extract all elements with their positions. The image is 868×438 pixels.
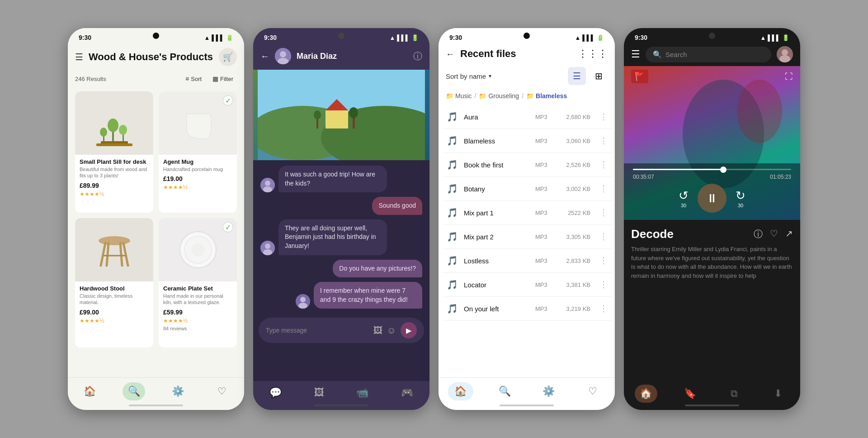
chat-info-button[interactable]: ⓘ bbox=[413, 50, 422, 62]
product-price-4: £59.99 bbox=[163, 309, 232, 316]
shop-nav-favorites[interactable]: ♡ bbox=[211, 382, 233, 400]
chat-input[interactable] bbox=[266, 327, 369, 334]
rewind-button[interactable]: ↺ 30 bbox=[679, 189, 689, 208]
svg-point-29 bbox=[314, 110, 321, 119]
chat-nav-messages[interactable]: 💬 bbox=[269, 387, 282, 399]
player-nav-layers[interactable]: ⧉ bbox=[723, 385, 745, 403]
file-more-6[interactable]: ⋮ bbox=[596, 232, 608, 242]
player-fullscreen-icon[interactable]: ⛶ bbox=[785, 72, 793, 81]
player-share-icon[interactable]: ↗ bbox=[785, 228, 793, 240]
wifi-icon-2: ▲ bbox=[389, 34, 395, 41]
results-count: 246 Results bbox=[75, 76, 178, 82]
file-name-7: Lostless bbox=[464, 257, 530, 265]
product-card-2[interactable]: ✓ Agent Mug Handcrafted porcelain mug £1… bbox=[159, 91, 237, 213]
product-card-1[interactable]: Small Plant Sill for desk Beautiful made… bbox=[75, 91, 153, 213]
chat-nav-video[interactable]: 📹 bbox=[356, 387, 368, 399]
menu-icon[interactable]: ☰ bbox=[75, 52, 83, 62]
files-nav-settings[interactable]: ⚙️ bbox=[536, 382, 561, 400]
file-more-9[interactable]: ⋮ bbox=[596, 304, 608, 314]
chat-nav-images[interactable]: 🖼 bbox=[314, 387, 324, 399]
files-nav-favorites[interactable]: ♡ bbox=[580, 382, 605, 400]
filter-button[interactable]: ▦ Filter bbox=[209, 73, 237, 84]
file-row-6[interactable]: 🎵 Mix part 2 MP3 3,305 KB ⋮ bbox=[442, 225, 611, 249]
file-type-1: MP3 bbox=[535, 114, 553, 120]
file-size-1: 2,680 KB bbox=[559, 114, 590, 120]
files-header: ← Recent files ⋮⋮⋮ bbox=[439, 44, 615, 65]
product-card-4[interactable]: ✓ Ceramic Plate Set Hand made in our per… bbox=[159, 218, 237, 348]
file-row-3[interactable]: 🎵 Book the first MP3 2,526 KB ⋮ bbox=[442, 153, 611, 177]
landscape-photo bbox=[253, 70, 429, 160]
image-attach-button[interactable]: 🖼 bbox=[373, 325, 382, 336]
files-nav-home[interactable]: 🏠 bbox=[448, 382, 473, 400]
svg-line-9 bbox=[101, 243, 105, 266]
sort-button[interactable]: ≡ Sort bbox=[182, 73, 205, 84]
file-more-5[interactable]: ⋮ bbox=[596, 208, 608, 218]
file-row-4[interactable]: 🎵 Botany MP3 3,002 KB ⋮ bbox=[442, 177, 611, 201]
product-info-1: Small Plant Sill for desk Beautiful made… bbox=[75, 155, 153, 202]
svg-point-40 bbox=[782, 49, 788, 56]
player-nav-download[interactable]: ⬇ bbox=[767, 385, 789, 403]
product-stars-2: ★★★★½ bbox=[163, 184, 232, 190]
pause-button[interactable]: ⏸ bbox=[698, 184, 726, 213]
shop-nav-settings[interactable]: ⚙️ bbox=[167, 382, 189, 400]
cart-button[interactable]: 🛒 bbox=[219, 48, 237, 66]
status-bar-4: 9:30 ▲ ▌▌▌ 🔋 bbox=[624, 28, 800, 44]
file-more-8[interactable]: ⋮ bbox=[596, 280, 608, 290]
battery-icon-2: 🔋 bbox=[411, 34, 419, 41]
forward-button[interactable]: ↻ 30 bbox=[736, 189, 745, 208]
send-button[interactable]: ▶ bbox=[401, 322, 417, 338]
shop-nav-search[interactable]: 🔍 bbox=[123, 382, 145, 400]
files-menu-button[interactable]: ⋮⋮⋮ bbox=[578, 48, 608, 60]
player-menu-icon[interactable]: ☰ bbox=[631, 48, 640, 60]
file-more-3[interactable]: ⋮ bbox=[596, 160, 608, 170]
phone-chat: 9:30 ▲ ▌▌▌ 🔋 ← Maria Diaz ⓘ bbox=[253, 28, 429, 410]
list-view-button[interactable]: ☰ bbox=[568, 67, 586, 85]
product-desc-2: Handcrafted porcelain mug bbox=[163, 166, 232, 172]
sort-by-button[interactable]: Sort by name ▾ bbox=[446, 72, 491, 80]
chat-back-button[interactable]: ← bbox=[260, 51, 269, 62]
player-flag-icon[interactable]: 🚩 bbox=[631, 70, 648, 83]
files-back-button[interactable]: ← bbox=[446, 49, 455, 59]
player-progress-bar[interactable] bbox=[633, 169, 791, 170]
player-time-row: 00:35:07 01:05:23 bbox=[633, 174, 791, 180]
file-row-5[interactable]: 🎵 Mix part 1 MP3 2522 KB ⋮ bbox=[442, 201, 611, 225]
signal-icon-2: ▌▌▌ bbox=[397, 34, 410, 41]
emoji-button[interactable]: ☺ bbox=[387, 325, 396, 336]
breadcrumb-music[interactable]: 📁 Music bbox=[446, 92, 472, 100]
breadcrumb-blameless[interactable]: 📁 Blameless bbox=[526, 92, 567, 100]
battery-icon-3: 🔋 bbox=[597, 34, 604, 41]
phone-player: 9:30 ▲ ▌▌▌ 🔋 ☰ 🔍 Search bbox=[624, 28, 800, 410]
player-nav-bookmark[interactable]: 🔖 bbox=[679, 385, 701, 403]
product-price-1: £89.99 bbox=[80, 182, 149, 189]
files-list: 🎵 Aura MP3 2,680 KB ⋮ 🎵 Blameless MP3 3,… bbox=[439, 105, 615, 321]
file-row-1[interactable]: 🎵 Aura MP3 2,680 KB ⋮ bbox=[442, 105, 611, 129]
file-icon-4: 🎵 bbox=[446, 183, 458, 194]
chat-nav-games[interactable]: 🎮 bbox=[401, 387, 413, 399]
breadcrumb-grouseling[interactable]: 📁 Grouseling bbox=[479, 92, 519, 100]
files-nav-search[interactable]: 🔍 bbox=[492, 382, 517, 400]
file-more-1[interactable]: ⋮ bbox=[596, 112, 608, 122]
file-more-4[interactable]: ⋮ bbox=[596, 184, 608, 194]
grid-view-button[interactable]: ⊞ bbox=[590, 67, 608, 85]
player-info: Decode ⓘ ♡ ↗ Thriller starring Emily Mil… bbox=[624, 220, 800, 377]
file-row-9[interactable]: 🎵 On your left MP3 3,219 KB ⋮ bbox=[442, 297, 611, 321]
product-card-3[interactable]: Hardwood Stool Classic design, timeless … bbox=[75, 218, 153, 348]
player-avatar[interactable] bbox=[777, 46, 793, 62]
player-info-icon[interactable]: ⓘ bbox=[754, 228, 763, 240]
breadcrumb-sep-1: / bbox=[475, 92, 476, 100]
player-nav-home[interactable]: 🏠 bbox=[635, 385, 657, 403]
file-name-5: Mix part 1 bbox=[464, 209, 530, 217]
file-row-7[interactable]: 🎵 Lostless MP3 2,833 KB ⋮ bbox=[442, 249, 611, 273]
status-icons-2: ▲ ▌▌▌ 🔋 bbox=[389, 34, 419, 41]
player-buttons: ↺ 30 ⏸ ↻ 30 bbox=[633, 184, 791, 213]
file-row-2[interactable]: 🎵 Blameless MP3 3,060 KB ⋮ bbox=[442, 129, 611, 153]
file-more-7[interactable]: ⋮ bbox=[596, 256, 608, 266]
player-description: Thriller starring Emily Miller and Lydia… bbox=[631, 245, 793, 284]
file-more-2[interactable]: ⋮ bbox=[596, 136, 608, 146]
file-row-8[interactable]: 🎵 Locator MP3 3,381 KB ⋮ bbox=[442, 273, 611, 297]
sort-icon: ≡ bbox=[185, 75, 189, 82]
search-input-placeholder[interactable]: Search bbox=[665, 51, 687, 58]
shop-nav-home[interactable]: 🏠 bbox=[79, 382, 101, 400]
breadcrumb-grouseling-label: Grouseling bbox=[488, 92, 519, 100]
player-like-icon[interactable]: ♡ bbox=[770, 228, 778, 240]
